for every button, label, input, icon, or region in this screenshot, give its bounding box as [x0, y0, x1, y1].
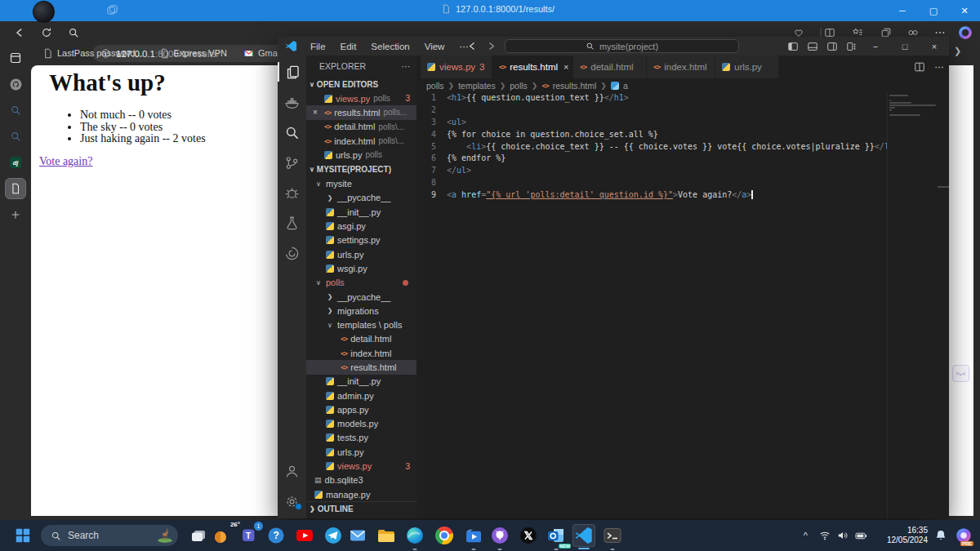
- tree-item-wsgi.py[interactable]: wsgi.py: [306, 261, 416, 275]
- battery-icon[interactable]: [855, 530, 867, 542]
- outline-header[interactable]: ❯ OUTLINE: [306, 501, 416, 516]
- activity-explorer-icon[interactable]: [278, 62, 306, 82]
- vscode-maximize-button[interactable]: □: [890, 42, 920, 51]
- breadcrumb-item[interactable]: a: [623, 81, 628, 91]
- open-editor-row[interactable]: ×<>results.htmlpolls...: [306, 105, 416, 119]
- menu-edit[interactable]: Edit: [334, 39, 363, 54]
- split-editor-icon[interactable]: [914, 61, 925, 73]
- copilot-icon[interactable]: [957, 24, 973, 41]
- tree-item-mysite[interactable]: ∨mysite: [306, 176, 416, 190]
- menu-selection[interactable]: Selection: [364, 39, 416, 54]
- minimap[interactable]: [887, 92, 938, 518]
- django-tab-icon[interactable]: dj: [5, 152, 26, 173]
- open-editor-row[interactable]: <>index.htmlpolls\...: [306, 134, 416, 148]
- clock[interactable]: 16:35 12/05/2024: [877, 526, 928, 545]
- breadcrumb-item[interactable]: results.html: [553, 81, 597, 91]
- forward-icon[interactable]: [486, 41, 497, 51]
- vscode-app-button[interactable]: [572, 524, 595, 547]
- account-icon[interactable]: [278, 461, 306, 481]
- profile-avatar[interactable]: [33, 1, 55, 23]
- tree-item-templatespolls[interactable]: ∨templates \ polls: [306, 318, 416, 331]
- code-editor[interactable]: 1<h1>{{ question.question_text }}</h1>23…: [416, 92, 887, 518]
- tree-item-migrations[interactable]: ❯migrations: [306, 304, 416, 318]
- vscode-minimize-button[interactable]: −: [861, 42, 890, 51]
- document-tab-icon[interactable]: [5, 178, 26, 199]
- back-icon[interactable]: [467, 41, 478, 51]
- tree-item-pycache[interactable]: ❯__pycache__: [306, 290, 416, 304]
- task-view-button[interactable]: [187, 524, 210, 547]
- reload-button[interactable]: [38, 24, 56, 41]
- tree-item-urls.py[interactable]: urls.py: [306, 445, 416, 459]
- forward-icon[interactable]: [486, 41, 497, 51]
- command-search-box[interactable]: mysite(project): [505, 39, 739, 53]
- tab-close-icon[interactable]: ×: [564, 62, 568, 72]
- volume-icon[interactable]: [837, 530, 849, 541]
- tree-item-index.html[interactable]: <>index.html: [306, 346, 416, 360]
- tree-item-db.sqlite3[interactable]: ▤db.sqlite3: [306, 473, 416, 487]
- menu-view[interactable]: View: [418, 39, 452, 54]
- terminal-app-button[interactable]: [601, 524, 624, 547]
- explorer-more-icon[interactable]: ⋯: [402, 61, 411, 71]
- tree-item-detail.html[interactable]: <>detail.html: [306, 332, 416, 346]
- tree-item-admin.py[interactable]: admin.py: [306, 389, 416, 402]
- copilot-tray-icon[interactable]: PRE: [956, 527, 972, 544]
- tree-item-models.py[interactable]: models.py: [306, 417, 416, 431]
- editor-tab-detail.html[interactable]: <>detail.html: [573, 56, 647, 78]
- bookmark-item[interactable]: Express VPN: [159, 48, 227, 59]
- editor-tab-results.html[interactable]: <>results.html×: [492, 56, 573, 78]
- github-tab-icon[interactable]: [5, 73, 26, 95]
- workspaces-icon[interactable]: [106, 4, 118, 16]
- telegram-app-button[interactable]: [322, 524, 345, 547]
- search-tab-icon[interactable]: [5, 100, 26, 121]
- toggle-panel-icon[interactable]: [807, 41, 818, 52]
- taskbar-search[interactable]: Search: [41, 525, 178, 546]
- teams-button[interactable]: T1: [238, 524, 261, 547]
- browser-maximize-button[interactable]: ▢: [918, 6, 949, 16]
- vscode-close-button[interactable]: ×: [920, 42, 949, 51]
- tree-item-manage.py[interactable]: manage.py: [306, 487, 416, 501]
- mail-app-button[interactable]: [346, 524, 369, 547]
- chrome-app-button[interactable]: [433, 524, 456, 547]
- activity-openai-icon[interactable]: [278, 243, 306, 263]
- new-tab-icon[interactable]: [5, 204, 26, 225]
- search-tab-icon-2[interactable]: [5, 126, 26, 147]
- tab-list-icon[interactable]: [5, 47, 26, 69]
- tree-item-init.py[interactable]: __init__.py: [306, 375, 416, 389]
- wifi-icon[interactable]: [819, 530, 831, 541]
- bookmark-item[interactable]: Gmail: [243, 48, 282, 59]
- movies-app-button[interactable]: [462, 524, 485, 547]
- youtube-app-button[interactable]: [293, 524, 316, 547]
- sidebar-expand-icon[interactable]: ❯: [954, 46, 961, 56]
- tree-item-settings.py[interactable]: settings.py: [306, 233, 416, 247]
- activity-search-icon[interactable]: [278, 122, 306, 142]
- customize-layout-icon[interactable]: [846, 41, 858, 52]
- start-button[interactable]: [11, 524, 34, 547]
- back-button[interactable]: [11, 24, 29, 41]
- tree-item-views.py[interactable]: views.py3: [306, 459, 416, 473]
- tree-item-tests.py[interactable]: tests.py: [306, 431, 416, 445]
- edge-app-button[interactable]: [403, 524, 426, 547]
- browser-minimize-button[interactable]: ─: [887, 6, 918, 16]
- github-desktop-button[interactable]: [488, 524, 511, 547]
- back-icon[interactable]: [467, 41, 478, 51]
- tree-item-polls[interactable]: ∨polls: [306, 276, 416, 290]
- get-help-button[interactable]: ?: [265, 524, 287, 547]
- breadcrumb-item[interactable]: polls: [510, 81, 528, 91]
- menu-file[interactable]: File: [304, 39, 332, 54]
- editor-tab-index.html[interactable]: <>index.html: [647, 56, 715, 78]
- scrollbar-marker[interactable]: [938, 186, 949, 188]
- workspaces-icon[interactable]: [106, 4, 118, 16]
- tree-item-asgi.py[interactable]: asgi.py: [306, 219, 416, 233]
- close-icon[interactable]: ×: [310, 108, 321, 117]
- project-header[interactable]: ∨ MYSITE(PROJECT): [306, 162, 416, 176]
- editor-more-icon[interactable]: ⋯: [935, 61, 945, 73]
- widgets-weather-button[interactable]: 26°: [211, 524, 234, 547]
- editor-tab-urls.py[interactable]: urls.py: [715, 56, 779, 78]
- outlook-app-button[interactable]: NEW: [545, 524, 568, 547]
- activity-run-debug-icon[interactable]: [278, 183, 306, 202]
- tree-item-results.html[interactable]: <>results.html: [306, 360, 416, 374]
- tree-item-urls.py[interactable]: urls.py: [306, 247, 416, 261]
- toggle-secondary-sidebar-icon[interactable]: [826, 41, 838, 52]
- vote-again-link[interactable]: Vote again?: [39, 155, 92, 168]
- settings-gear-icon[interactable]: [278, 491, 306, 511]
